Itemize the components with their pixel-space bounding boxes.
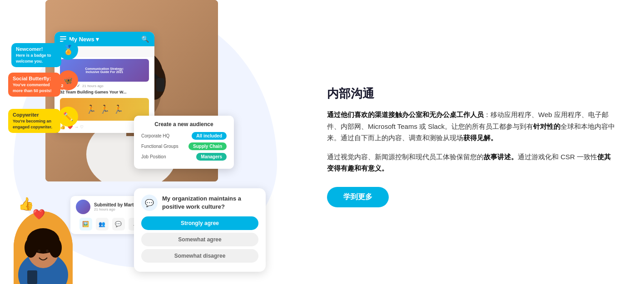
svg-rect-8 bbox=[156, 78, 164, 92]
svg-point-17 bbox=[49, 238, 62, 258]
survey-card: 💬 My organization maintains a positive w… bbox=[134, 188, 266, 272]
audience-label-corporate: Corporate HQ bbox=[141, 133, 169, 138]
survey-question: My organization maintains a positive wor… bbox=[162, 195, 258, 211]
svg-point-16 bbox=[25, 238, 37, 258]
copywriter-icon: ✏️ bbox=[58, 107, 78, 127]
section-title: 内部沟通 bbox=[327, 86, 617, 102]
survey-option-somewhat-agree[interactable]: Somewhat agree bbox=[141, 233, 258, 246]
body-paragraph-1: 通过他们喜欢的渠道接触办公室和无办公桌工作人员：移动应用程序、Web 应用程序、… bbox=[327, 109, 617, 144]
para1-end-bold: 获得见解。 bbox=[463, 134, 497, 142]
right-panel: 内部沟通 通过他们喜欢的渠道接触办公室和无办公桌工作人员：移动应用程序、Web … bbox=[309, 0, 644, 284]
submitted-icon-image[interactable]: 🖼️ bbox=[79, 218, 92, 230]
article-image-text: Communication Strategy:Inclusive Guide F… bbox=[83, 65, 125, 75]
team-building-title: 32 Team Building Games Your W... bbox=[54, 90, 154, 96]
svg-point-19 bbox=[46, 250, 49, 252]
learn-more-button[interactable]: 学到更多 bbox=[327, 187, 389, 207]
submitted-icon-chat[interactable]: 💬 bbox=[112, 218, 125, 230]
para2-text2: 通过游戏化和 CSR 一致性 bbox=[518, 153, 597, 161]
survey-option-somewhat-disagree[interactable]: Somewhat disagree bbox=[141, 249, 258, 263]
left-panel: Newcomer! Here is a badge to welcome you… bbox=[0, 0, 309, 284]
social-badge-count: 2 bbox=[58, 82, 66, 90]
survey-icon: 💬 bbox=[141, 195, 158, 211]
submitted-time: 21 hours ago bbox=[94, 207, 138, 211]
body-paragraph-2: 通过视觉内容、新闻源控制和现代员工体验保留您的故事讲述。通过游戏化和 CSR 一… bbox=[327, 151, 617, 174]
bottom-person-photo bbox=[14, 211, 73, 284]
submitted-name: Submitted by Martin bbox=[94, 202, 138, 207]
audience-label-job: Job Position bbox=[141, 154, 166, 159]
audience-row-corporate: Corporate HQ All included bbox=[141, 132, 227, 140]
audience-title: Create a new audience bbox=[141, 121, 227, 127]
search-icon[interactable]: 🔍 bbox=[141, 35, 149, 43]
audience-tag-job[interactable]: Managers bbox=[196, 153, 227, 161]
audience-row-job: Job Position Managers bbox=[141, 153, 227, 161]
audience-card: Create a new audience Corporate HQ All i… bbox=[134, 116, 234, 169]
audience-tag-corporate[interactable]: All included bbox=[192, 132, 227, 140]
audience-row-functional: Functional Groups Supply Chain bbox=[141, 142, 227, 150]
para1-colon: ： bbox=[484, 111, 490, 118]
submitted-avatar bbox=[76, 200, 90, 214]
para1-highlight: 针对性的 bbox=[533, 122, 560, 130]
audience-label-functional: Functional Groups bbox=[141, 144, 178, 149]
para2-text1: 通过视觉内容、新闻源控制和现代员工体验保留您的 bbox=[327, 153, 484, 161]
newcomer-icon: 🏅 bbox=[58, 40, 78, 60]
survey-header: 💬 My organization maintains a positive w… bbox=[141, 195, 258, 211]
survey-option-strongly-agree[interactable]: Strongly agree bbox=[141, 216, 258, 230]
para1-bold-prefix: 通过他们喜欢的渠道接触办公室和无办公桌工作人员 bbox=[327, 111, 484, 118]
heart-emoji: ❤️ bbox=[33, 209, 45, 220]
svg-rect-20 bbox=[27, 270, 37, 284]
svg-point-18 bbox=[38, 250, 40, 252]
badge-newcomer: Newcomer! Here is a badge to welcome you… bbox=[11, 43, 61, 67]
badge-copywriter: Copywriter You're becoming an engaged co… bbox=[8, 109, 60, 133]
para2-bold1: 故事讲述。 bbox=[484, 153, 518, 161]
submitted-icon-people[interactable]: 👥 bbox=[96, 218, 109, 230]
badge-social-butterfly: Social Butterfly: You've commented more … bbox=[8, 73, 60, 97]
audience-tag-functional[interactable]: Supply Chain bbox=[188, 142, 227, 150]
thumbs-up-emoji: 👍 bbox=[18, 196, 34, 211]
sociable-time: 21 hours ago bbox=[82, 84, 104, 88]
